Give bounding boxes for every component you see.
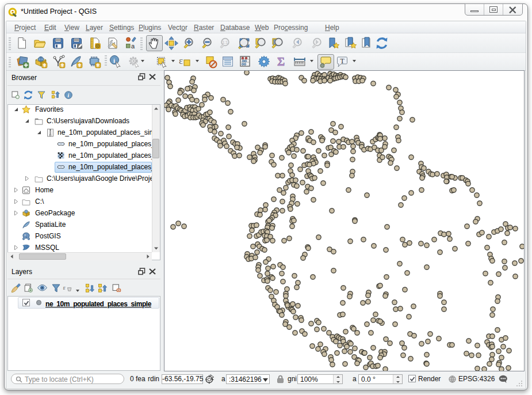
- svg-text:1:1: 1:1: [223, 40, 228, 44]
- svg-text:i: i: [68, 92, 70, 98]
- svg-text:i: i: [113, 57, 115, 64]
- svg-text:Σ: Σ: [277, 55, 285, 68]
- svg-text:a: a: [131, 43, 135, 50]
- svg-text:ε: ε: [179, 55, 183, 66]
- svg-text:ε: ε: [63, 284, 66, 291]
- svg-text:T: T: [340, 57, 345, 65]
